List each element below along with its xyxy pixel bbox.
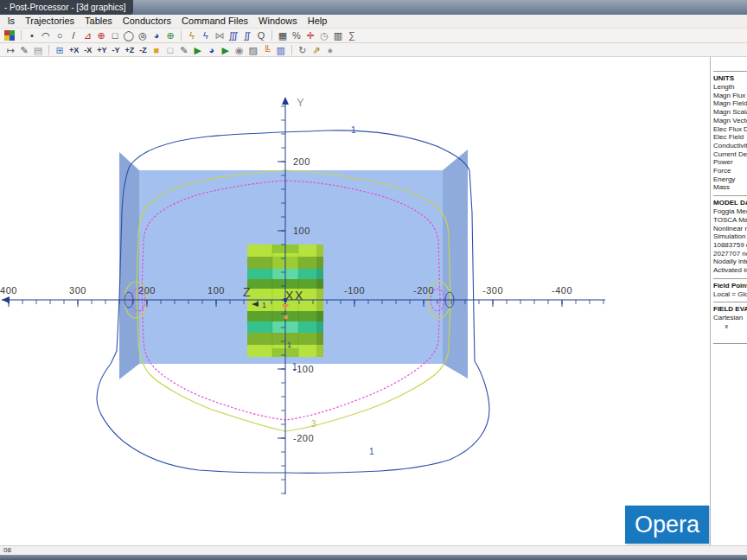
volume-integral-icon[interactable]: ∭ — [227, 29, 240, 41]
panel-section-units: UNITSLengthMagn Flux DMagn FieldMagn Sca… — [713, 71, 747, 195]
play-icon[interactable]: ▶ — [191, 44, 205, 56]
color-grid-icon[interactable] — [4, 30, 15, 41]
corner-icon[interactable]: ╚ — [260, 44, 274, 56]
svg-text:Z: Z — [243, 285, 251, 299]
capture-icon[interactable]: ▥ — [274, 44, 288, 56]
panel-item: Power — [713, 158, 747, 167]
3d-graphics-plot[interactable]: 400300200100-100-200-300-400200100-100-2… — [0, 57, 710, 545]
play-2-icon[interactable]: ▶ — [219, 44, 233, 56]
panel-item: Elec Flux De — [713, 125, 747, 134]
menu-item-conductors[interactable]: Conductors — [118, 15, 176, 28]
svg-text:3: 3 — [311, 419, 316, 429]
menu-item-ls[interactable]: ls — [3, 15, 20, 28]
ellipse-icon[interactable]: ◯ — [122, 29, 136, 41]
opera-logo-label: Opera — [635, 512, 699, 538]
view-plus-x-button[interactable]: +X — [67, 44, 81, 56]
svg-text:Y: Y — [297, 96, 304, 109]
circle-icon[interactable]: ○ — [53, 29, 67, 41]
panel-item: Simulation N — [713, 232, 747, 241]
svg-text:-200: -200 — [293, 433, 314, 443]
export-icon[interactable]: ⇗ — [310, 44, 323, 56]
panel-item: x — [713, 322, 747, 331]
view-minus-y-button[interactable]: -Y — [110, 44, 123, 56]
panel-item: TOSCA Magn — [713, 216, 747, 225]
probe-icon[interactable]: ✛ — [303, 29, 317, 41]
point-icon[interactable]: • — [25, 29, 39, 41]
bowtie-icon[interactable]: ⋈ — [213, 29, 227, 41]
percent-icon[interactable]: % — [290, 29, 303, 41]
sum-icon[interactable]: ∑ — [345, 29, 359, 41]
track-gold-icon[interactable]: ϟ — [185, 29, 199, 41]
pencil-icon[interactable]: ✎ — [17, 44, 31, 56]
toolbar-separator — [291, 45, 292, 55]
record-icon[interactable]: ● — [323, 44, 337, 56]
menu-item-trajectories[interactable]: Trajectories — [20, 15, 80, 28]
svg-text:X: X — [295, 289, 303, 302]
table-icon[interactable]: ▥ — [331, 29, 345, 41]
view-plus-y-button[interactable]: +Y — [94, 44, 109, 56]
toolbar-view: ↦✎▤⊞+X-X+Y-Y+Z-Z■□✎▶◕▶◉▨╚▥↻⇗● — [0, 43, 747, 57]
menu-item-windows[interactable]: Windows — [253, 15, 303, 28]
arc-icon[interactable]: ◠ — [39, 29, 53, 41]
edit-icon[interactable]: ✎ — [177, 44, 191, 56]
surface-integral-icon[interactable]: ∬ — [240, 29, 254, 41]
svg-text:300: 300 — [69, 285, 86, 296]
svg-text:1: 1 — [351, 125, 356, 135]
panel-item: Current Den — [713, 150, 747, 159]
target-icon[interactable]: ◉ — [233, 44, 246, 56]
view-plus-z-button[interactable]: +Z — [123, 44, 137, 56]
svg-text:1: 1 — [292, 362, 297, 372]
panel-item: Nodally inter — [713, 258, 747, 266]
panel-item: 10883759 el — [713, 241, 747, 250]
svg-text:100: 100 — [293, 226, 310, 236]
panel-section-model-dat: MODEL DATFoggia MedicTOSCA MagnNonlinear… — [713, 195, 747, 278]
panel-item: Conductivity — [713, 142, 747, 150]
shaded-sphere-icon[interactable]: ◕ — [150, 29, 163, 41]
graphics-canvas[interactable]: 400300200100-100-200-300-400200100-100-2… — [0, 57, 747, 545]
flag-icon[interactable]: ⊿ — [80, 29, 94, 41]
shaded-circle-icon[interactable]: ◕ — [205, 44, 219, 56]
toolbar-separator — [48, 45, 49, 55]
panel-item: Magn Vector — [713, 117, 747, 125]
status-text: 08 — [3, 546, 11, 554]
sphere-grid-icon[interactable]: ⊕ — [94, 29, 108, 41]
clip-plane-icon[interactable]: ▨ — [246, 44, 260, 56]
menu-item-tables[interactable]: Tables — [80, 15, 118, 28]
clock-icon[interactable]: ◷ — [317, 29, 331, 41]
panel-item: Local = Glob — [713, 290, 747, 299]
title-bar[interactable]: - Post-Processor - [3d graphics] — [0, 0, 747, 15]
add-sphere-icon[interactable]: ⊕ — [163, 29, 177, 41]
panel-item: Energy — [713, 175, 747, 184]
solid-cube-icon[interactable]: ■ — [150, 44, 163, 56]
view-minus-x-button[interactable]: -X — [81, 44, 94, 56]
y-axis-arrow — [282, 97, 289, 105]
toolbar-main: •◠○/⊿⊕□◯◎◕⊕ϟϟ⋈∭∬Q▦%✛◷▥∑ — [0, 29, 747, 43]
menu-item-help[interactable]: Help — [303, 15, 333, 28]
origin-marker — [284, 298, 287, 302]
panel-section-field-eval: FIELD EVALCartesian C x — [713, 302, 747, 334]
track-blue-icon[interactable]: ϟ — [199, 29, 213, 41]
window-title: - Post-Processor - [3d graphics] — [0, 0, 133, 15]
svg-text:-400: -400 — [552, 285, 572, 296]
view-minus-z-button[interactable]: -Z — [137, 44, 150, 56]
panel-item: Magn Flux D — [713, 92, 747, 100]
panel-section-title: Field Point — [713, 282, 747, 290]
wire-cube-icon[interactable]: □ — [163, 44, 177, 56]
rotate-icon[interactable]: ↻ — [296, 44, 310, 56]
menu-item-command-files[interactable]: Command Files — [176, 15, 253, 28]
page-icon[interactable]: ▤ — [31, 44, 45, 56]
svg-text:1: 1 — [369, 447, 374, 456]
panel-item: Nonlinear ma — [713, 225, 747, 233]
box-right-face — [443, 150, 468, 379]
search-icon[interactable]: Q — [254, 29, 268, 41]
window-bottom-border — [0, 555, 747, 560]
info-panel: UNITSLengthMagn Flux DMagn FieldMagn Sca… — [710, 57, 747, 545]
square-icon[interactable]: □ — [108, 29, 122, 41]
fit-window-icon[interactable]: ⊞ — [53, 44, 67, 56]
arrow-icon[interactable]: ↦ — [3, 44, 17, 56]
calculator-icon[interactable]: ▦ — [276, 29, 290, 41]
menubar: lsTrajectoriesTablesConductorsCommand Fi… — [0, 15, 747, 29]
disc-icon[interactable]: ◎ — [136, 29, 150, 41]
line-icon[interactable]: / — [67, 29, 80, 41]
svg-text:-300: -300 — [482, 285, 503, 296]
